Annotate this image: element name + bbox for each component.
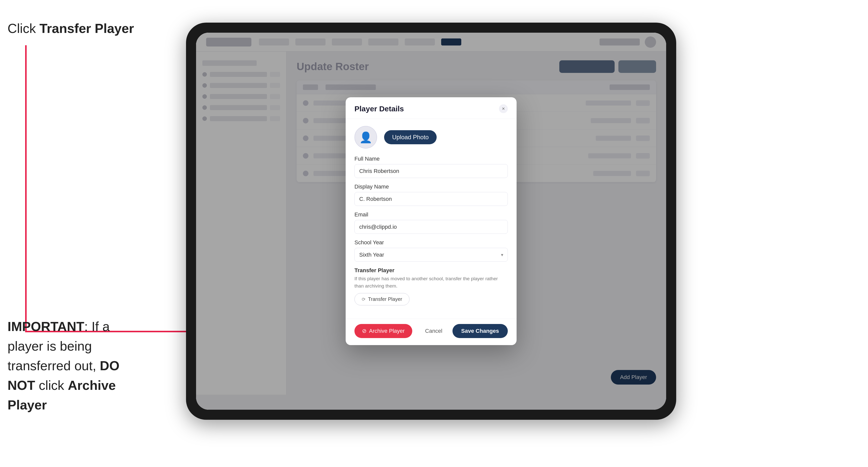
footer-right: Cancel Save Changes xyxy=(420,324,508,338)
transfer-icon: ⟳ xyxy=(362,297,366,302)
transfer-player-button[interactable]: ⟳ Transfer Player xyxy=(354,293,409,305)
transfer-player-section: Transfer Player If this player has moved… xyxy=(354,267,508,305)
modal-footer: ⊘ Archive Player Cancel Save Changes xyxy=(346,319,517,345)
instruction-important: IMPORTANT xyxy=(7,319,84,334)
transfer-btn-label: Transfer Player xyxy=(368,296,402,302)
tablet-screen: Update Roster xyxy=(196,33,666,410)
school-year-group: School Year Sixth Year ▾ xyxy=(354,239,508,262)
email-input[interactable] xyxy=(354,220,508,234)
red-vertical-line xyxy=(25,45,27,332)
modal-overlay: Player Details × 👤 Upload Photo xyxy=(196,33,666,410)
full-name-group: Full Name xyxy=(354,156,508,178)
display-name-label: Display Name xyxy=(354,184,508,190)
transfer-section-description: If this player has moved to another scho… xyxy=(354,275,508,289)
instruction-text4: click xyxy=(35,378,68,393)
school-year-label: School Year xyxy=(354,239,508,246)
instruction-bottom: IMPORTANT: If a player is being transfer… xyxy=(7,317,148,415)
upload-photo-button[interactable]: Upload Photo xyxy=(384,130,437,144)
school-year-select-wrapper: Sixth Year ▾ xyxy=(354,248,508,262)
archive-btn-label: Archive Player xyxy=(369,328,405,334)
app-content: Update Roster xyxy=(196,33,666,410)
cancel-button[interactable]: Cancel xyxy=(420,324,447,338)
modal-title: Player Details xyxy=(354,104,404,113)
email-label: Email xyxy=(354,211,508,218)
transfer-section-title: Transfer Player xyxy=(354,267,508,274)
avatar-placeholder-icon: 👤 xyxy=(359,131,372,144)
modal-close-button[interactable]: × xyxy=(499,104,508,113)
modal-body: 👤 Upload Photo Full Name Display Name xyxy=(346,119,517,319)
archive-icon: ⊘ xyxy=(362,328,367,334)
display-name-input[interactable] xyxy=(354,192,508,206)
email-group: Email xyxy=(354,211,508,234)
instruction-top: Click Transfer Player xyxy=(7,20,134,37)
full-name-input[interactable] xyxy=(354,164,508,178)
instruction-prefix: Click xyxy=(7,21,39,36)
save-changes-button[interactable]: Save Changes xyxy=(453,324,508,338)
avatar-circle: 👤 xyxy=(354,126,377,149)
school-year-select[interactable]: Sixth Year xyxy=(354,248,508,262)
player-details-modal: Player Details × 👤 Upload Photo xyxy=(346,97,517,345)
photo-section: 👤 Upload Photo xyxy=(354,126,508,149)
display-name-group: Display Name xyxy=(354,184,508,206)
modal-header: Player Details × xyxy=(346,97,517,119)
archive-player-button[interactable]: ⊘ Archive Player xyxy=(354,324,412,338)
full-name-label: Full Name xyxy=(354,156,508,162)
tablet-device: Update Roster xyxy=(186,23,676,420)
instruction-highlight: Transfer Player xyxy=(39,21,134,36)
